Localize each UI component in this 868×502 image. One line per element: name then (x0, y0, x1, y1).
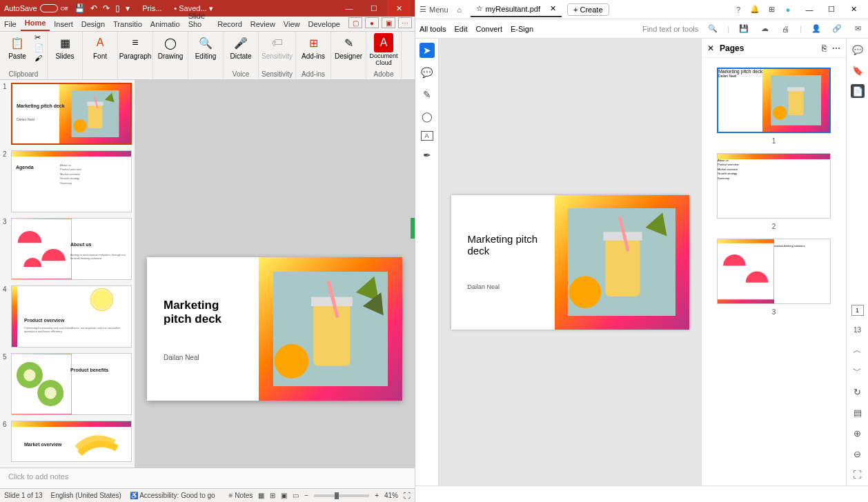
slide-thumb[interactable]: Market overview (11, 421, 132, 462)
adobe-button[interactable]: ADocument Cloud (369, 33, 398, 66)
next-page-icon[interactable]: ﹀ (851, 364, 865, 378)
close-panel-icon[interactable]: ✕ (707, 43, 714, 53)
save-icon[interactable]: 💾 (75, 3, 85, 13)
pdf-viewer[interactable]: Marketing pitch deck Dailan Neal (439, 39, 701, 485)
highlight-icon[interactable]: ✎ (420, 87, 435, 102)
view-sorter-icon[interactable]: ⊞ (270, 492, 275, 499)
page-thumb[interactable]: About us Aiming to revolutionize industr… (717, 239, 831, 304)
create-button[interactable]: + Create (567, 3, 609, 16)
tab-home[interactable]: Home (21, 16, 50, 31)
close-tab-icon[interactable]: ✕ (550, 4, 556, 13)
page-input[interactable]: 1 (851, 305, 864, 316)
designer-button[interactable]: ✎Designer (334, 33, 363, 60)
view-normal-icon[interactable]: ▦ (258, 492, 264, 499)
format-painter-icon[interactable]: 🖌 (34, 54, 44, 62)
mail-icon[interactable]: ✉ (851, 24, 864, 33)
link-icon[interactable]: 🔗 (831, 24, 843, 33)
text-box-icon[interactable]: A (421, 131, 433, 141)
pages-panel-body[interactable]: Marketing pitch deck Dailan Neal 1 Agend… (702, 58, 846, 485)
rotate-icon[interactable]: ↻ (851, 385, 865, 399)
page-thumb[interactable]: Marketing pitch deck Dailan Neal (717, 68, 831, 133)
slide-title[interactable]: Marketing pitch deck (164, 299, 221, 326)
slide-thumbnails-panel[interactable]: 1 Marketing pitch deck Dailan Neal 2 Age… (0, 80, 135, 468)
slide-thumb[interactable]: Marketing pitch deck Dailan Neal (11, 83, 132, 145)
slide-thumb[interactable]: Agenda About us Product overview Market … (11, 150, 132, 212)
zoom-slider[interactable] (314, 494, 369, 497)
cut-icon[interactable]: ✂ (34, 33, 44, 42)
edit-menu[interactable]: Edit (455, 25, 468, 33)
star-icon[interactable]: ☆ (476, 4, 483, 13)
esign-menu[interactable]: E-Sign (511, 25, 533, 33)
select-tool-icon[interactable]: ➤ (420, 43, 435, 58)
view-reading-icon[interactable]: ▣ (281, 492, 287, 499)
save-icon[interactable]: 💾 (738, 24, 750, 33)
page-layout-icon[interactable]: ▤ (851, 405, 865, 419)
status-accessibility[interactable]: ♿ Accessibility: Good to go (130, 492, 215, 499)
tab-design[interactable]: Design (77, 17, 109, 31)
slide-thumb[interactable]: About us Aiming to revolutionize industr… (11, 218, 132, 280)
comment-panel-icon[interactable]: 💬 (851, 43, 865, 57)
tab-review[interactable]: Review (246, 17, 279, 31)
home-icon[interactable]: ⌂ (454, 4, 465, 15)
apps-icon[interactable]: ⊞ (766, 4, 777, 15)
camera-icon[interactable]: ▢ (348, 17, 362, 28)
more-icon[interactable]: ⋯ (398, 17, 412, 28)
tab-animations[interactable]: Animatio (146, 17, 184, 31)
minimize-button[interactable]: — (799, 1, 820, 18)
comment-icon[interactable]: 💬 (420, 65, 435, 80)
status-slide-count[interactable]: Slide 1 of 13 (4, 492, 43, 499)
autosave-toggle[interactable]: AutoSave Off (4, 4, 68, 12)
zoom-level[interactable]: 41% (384, 492, 398, 499)
slide-subtitle[interactable]: Dailan Neal (164, 354, 199, 361)
search-icon[interactable]: 🔍 (707, 24, 719, 33)
fit-to-window-icon[interactable]: ⛶ (404, 492, 411, 499)
menu-button[interactable]: ☰ Menu (420, 5, 448, 14)
paste-button[interactable]: 📋Paste (3, 33, 32, 60)
notes-toggle[interactable]: ≡ Notes (229, 492, 253, 499)
sensitivity-button[interactable]: 🏷Sensitivity (263, 33, 292, 60)
slideshow-icon[interactable]: ▯ (115, 3, 120, 13)
copy-icon[interactable]: 📄 (34, 43, 44, 52)
editing-button[interactable]: 🔍Editing (191, 33, 220, 60)
bookmark-panel-icon[interactable]: 🔖 (851, 63, 865, 77)
slide-editor[interactable]: Marketing pitch deck Dailan Neal (135, 80, 415, 468)
pdf-page[interactable]: Marketing pitch deck Dailan Neal (451, 195, 689, 330)
more-icon[interactable]: ⋯ (832, 43, 840, 53)
paragraph-button[interactable]: ≡Paragraph (121, 33, 150, 60)
prev-page-icon[interactable]: ︿ (851, 343, 865, 357)
notes-pane[interactable]: Click to add notes (0, 468, 415, 488)
addins-button[interactable]: ⊞Add-ins (299, 33, 328, 60)
dictate-button[interactable]: 🎤Dictate (226, 33, 255, 60)
tab-slideshow[interactable]: Slide Sho (184, 9, 214, 31)
document-tab[interactable]: ☆myResultant.pdf✕ (471, 1, 562, 17)
tab-record[interactable]: Record (213, 17, 246, 31)
sign-icon[interactable]: ✒ (420, 148, 435, 163)
tab-insert[interactable]: Insert (50, 17, 77, 31)
drawing-button[interactable]: ◯Drawing (156, 33, 185, 60)
pages-panel-icon[interactable]: 📄 (851, 84, 865, 98)
add-page-icon[interactable]: ⎘ (822, 43, 827, 53)
help-icon[interactable]: ? (733, 4, 744, 15)
zoom-in-icon[interactable]: ⊕ (851, 426, 865, 440)
rec-icon[interactable]: ● (365, 17, 379, 28)
font-button[interactable]: AFont (86, 33, 115, 60)
autosave-switch[interactable] (40, 4, 58, 12)
slides-button[interactable]: ▦Slides (50, 33, 79, 60)
maximize-button[interactable]: ☐ (821, 1, 842, 18)
document-name[interactable]: Pris... (142, 4, 161, 12)
tab-file[interactable]: File (0, 17, 21, 31)
lasso-icon[interactable]: ◯ (420, 109, 435, 124)
view-slideshow-icon[interactable]: ▭ (293, 492, 299, 499)
zoom-out-icon[interactable]: − (304, 492, 308, 499)
zoom-out-icon[interactable]: ⊖ (851, 447, 865, 461)
share-icon[interactable]: 👤 (810, 24, 822, 33)
cloud-icon[interactable]: ☁ (758, 24, 771, 33)
present-icon[interactable]: ▣ (382, 17, 395, 28)
page-thumb[interactable]: Agenda About us Product overview Market … (717, 153, 831, 219)
current-slide[interactable]: Marketing pitch deck Dailan Neal (147, 257, 402, 401)
all-tools[interactable]: All tools (420, 25, 446, 33)
convert-menu[interactable]: Convert (476, 25, 503, 33)
qat-dropdown-icon[interactable]: ▾ (126, 3, 130, 13)
tab-view[interactable]: View (279, 17, 304, 31)
status-language[interactable]: English (United States) (51, 492, 121, 499)
